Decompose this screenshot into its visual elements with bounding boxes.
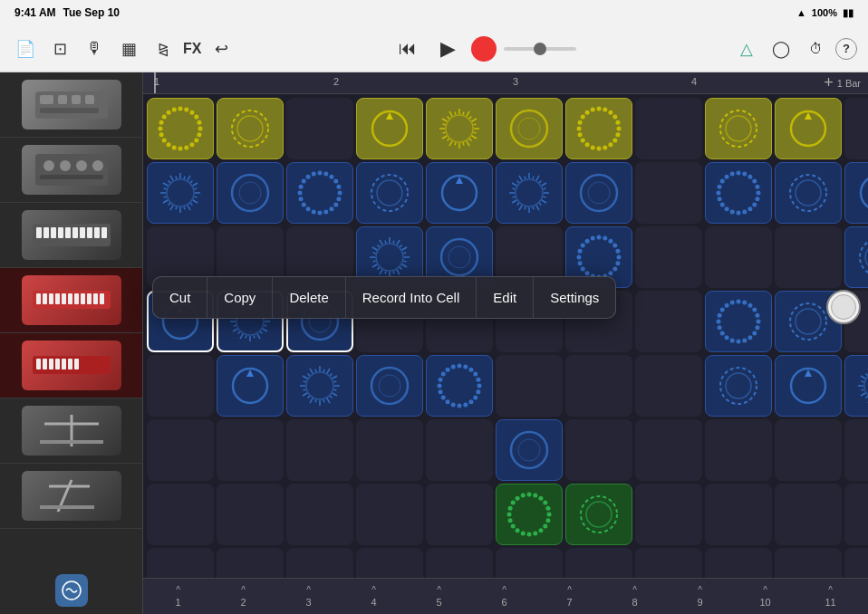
- cell-7-6[interactable]: [565, 548, 632, 578]
- cell-6-6[interactable]: [565, 484, 632, 545]
- column-4[interactable]: ^4: [342, 585, 405, 608]
- cell-0-8[interactable]: [705, 98, 772, 159]
- cell-0-2[interactable]: [286, 98, 353, 159]
- new-file-button[interactable]: 📄: [11, 34, 40, 63]
- home-button[interactable]: [826, 290, 861, 324]
- mic-button[interactable]: 🎙: [80, 34, 109, 63]
- cell-4-5[interactable]: [496, 355, 563, 417]
- col-arrow-3[interactable]: ^: [306, 585, 311, 595]
- cell-4-10[interactable]: [844, 355, 868, 417]
- cell-5-1[interactable]: [217, 419, 284, 481]
- context-menu-item-cut[interactable]: Cut: [153, 277, 207, 318]
- cell-7-1[interactable]: [217, 548, 284, 578]
- cell-1-4[interactable]: [426, 162, 493, 224]
- arrange-button[interactable]: ⊡: [45, 34, 74, 63]
- cell-6-2[interactable]: [286, 484, 353, 545]
- column-9[interactable]: ^9: [669, 585, 731, 608]
- cell-6-9[interactable]: [775, 484, 842, 545]
- cell-7-4[interactable]: [426, 548, 493, 578]
- column-8[interactable]: ^8: [603, 585, 666, 608]
- column-11[interactable]: ^11: [799, 585, 862, 608]
- cell-0-10[interactable]: [844, 98, 868, 159]
- tempo-button[interactable]: ⏱: [801, 34, 830, 63]
- cell-0-7[interactable]: [635, 98, 702, 159]
- sidebar-item-6[interactable]: [0, 398, 142, 464]
- context-menu-item-record-into-cell[interactable]: Record Into Cell: [346, 277, 477, 318]
- metronome-button[interactable]: △: [732, 34, 761, 63]
- undo-button[interactable]: ↩: [207, 34, 236, 63]
- cell-1-0[interactable]: [147, 162, 214, 224]
- cell-6-7[interactable]: [635, 484, 702, 545]
- loop-button[interactable]: ◯: [767, 34, 796, 63]
- cell-4-9[interactable]: [775, 355, 842, 417]
- cell-1-3[interactable]: [356, 162, 423, 224]
- col-arrow-9[interactable]: ^: [698, 585, 702, 595]
- cell-6-5[interactable]: [496, 484, 563, 545]
- cell-5-9[interactable]: [775, 419, 842, 481]
- col-arrow-1[interactable]: ^: [176, 585, 180, 595]
- cell-2-9[interactable]: [775, 226, 842, 288]
- cell-1-1[interactable]: [217, 162, 284, 224]
- column-6[interactable]: ^6: [473, 585, 535, 608]
- cell-0-4[interactable]: [426, 98, 493, 159]
- cell-7-3[interactable]: [356, 548, 423, 578]
- help-button[interactable]: ?: [835, 38, 857, 60]
- column-10[interactable]: ^10: [734, 585, 796, 608]
- column-7[interactable]: ^7: [538, 585, 601, 608]
- volume-slider[interactable]: [504, 47, 576, 51]
- cell-5-7[interactable]: [635, 419, 702, 481]
- cell-1-10[interactable]: [844, 162, 868, 224]
- cell-0-3[interactable]: [356, 98, 423, 159]
- column-1[interactable]: ^1: [147, 585, 209, 608]
- cell-1-5[interactable]: [496, 162, 563, 224]
- col-arrow-2[interactable]: ^: [241, 585, 246, 595]
- cell-5-0[interactable]: [147, 419, 214, 481]
- context-menu-item-copy[interactable]: Copy: [207, 277, 273, 318]
- cell-7-8[interactable]: [705, 548, 772, 578]
- sidebar-item-3[interactable]: [0, 203, 142, 268]
- cell-4-6[interactable]: [565, 355, 632, 417]
- column-3[interactable]: ^3: [277, 585, 340, 608]
- sidebar-item-5[interactable]: [0, 333, 142, 398]
- cell-0-6[interactable]: [565, 98, 632, 159]
- sidebar-item-2[interactable]: [0, 138, 142, 203]
- fx-label[interactable]: FX: [183, 41, 201, 57]
- cell-7-10[interactable]: [844, 548, 868, 578]
- mixer-button[interactable]: ⧎: [149, 34, 178, 63]
- cell-5-2[interactable]: [286, 419, 353, 481]
- cell-4-0[interactable]: [147, 355, 214, 417]
- cell-7-7[interactable]: [635, 548, 702, 578]
- cell-5-4[interactable]: [426, 419, 493, 481]
- cell-5-5[interactable]: [496, 419, 563, 481]
- cell-2-7[interactable]: [635, 226, 702, 288]
- column-5[interactable]: ^5: [408, 585, 470, 608]
- column-2[interactable]: ^2: [212, 585, 275, 608]
- cell-0-1[interactable]: [217, 98, 284, 159]
- cell-5-3[interactable]: [356, 419, 423, 481]
- cell-6-8[interactable]: [705, 484, 772, 545]
- cell-6-0[interactable]: [147, 484, 214, 545]
- cell-7-5[interactable]: [496, 548, 563, 578]
- sidebar-item-4[interactable]: [0, 268, 142, 333]
- col-arrow-4[interactable]: ^: [371, 585, 376, 595]
- sidebar-item-7[interactable]: [0, 464, 142, 529]
- play-button[interactable]: ▶: [431, 33, 464, 65]
- col-arrow-6[interactable]: ^: [502, 585, 506, 595]
- context-menu-item-settings[interactable]: Settings: [534, 277, 615, 318]
- cell-6-10[interactable]: [844, 484, 868, 545]
- cell-1-6[interactable]: [565, 162, 632, 224]
- cell-5-6[interactable]: [565, 419, 632, 481]
- col-arrow-8[interactable]: ^: [632, 585, 637, 595]
- cell-5-8[interactable]: [705, 419, 772, 481]
- cell-7-0[interactable]: [147, 548, 214, 578]
- add-bar-button[interactable]: +: [824, 73, 834, 92]
- cell-4-2[interactable]: [286, 355, 353, 417]
- col-arrow-7[interactable]: ^: [567, 585, 572, 595]
- cell-3-7[interactable]: [635, 291, 702, 352]
- cell-4-8[interactable]: [705, 355, 772, 417]
- cell-7-2[interactable]: [286, 548, 353, 578]
- cell-6-4[interactable]: [426, 484, 493, 545]
- cell-3-8[interactable]: [705, 291, 772, 352]
- sidebar-item-1[interactable]: [0, 72, 142, 138]
- cell-1-9[interactable]: [775, 162, 842, 224]
